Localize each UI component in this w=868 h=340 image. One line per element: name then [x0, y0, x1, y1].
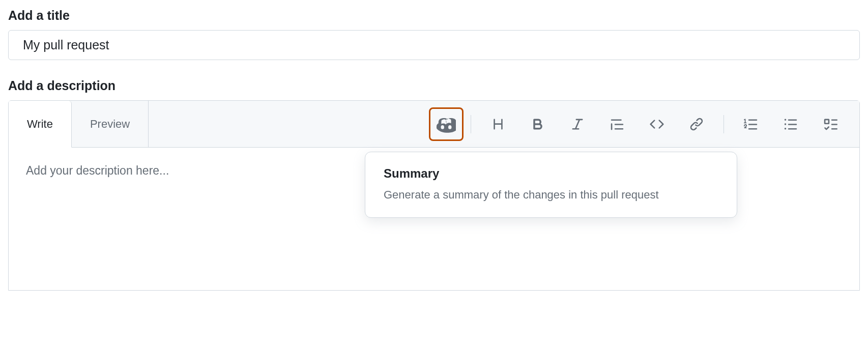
editor-tabs: Write Preview — [9, 101, 149, 147]
heading-icon[interactable] — [478, 110, 518, 138]
title-heading: Add a title — [8, 8, 860, 23]
italic-icon[interactable] — [558, 110, 597, 138]
tab-write[interactable]: Write — [9, 101, 72, 148]
task-list-icon[interactable] — [811, 110, 850, 138]
formatting-toolbar — [429, 107, 859, 141]
ordered-list-icon[interactable] — [731, 110, 771, 138]
description-textarea[interactable]: Add your description here... Summary Gen… — [9, 148, 859, 290]
code-icon[interactable] — [637, 110, 677, 138]
editor-header: Write Preview — [9, 101, 859, 148]
copilot-dropdown[interactable]: Summary Generate a summary of the change… — [365, 152, 737, 218]
title-input[interactable] — [8, 30, 860, 60]
unordered-list-icon[interactable] — [771, 110, 811, 138]
tab-preview[interactable]: Preview — [72, 101, 149, 147]
dropdown-description: Generate a summary of the changes in thi… — [384, 187, 718, 203]
dropdown-title: Summary — [384, 166, 718, 181]
link-icon[interactable] — [677, 110, 716, 138]
description-placeholder: Add your description here... — [26, 164, 169, 177]
toolbar-divider — [724, 115, 724, 133]
bold-icon[interactable] — [518, 110, 558, 138]
toolbar-divider — [471, 115, 471, 133]
copilot-icon[interactable] — [429, 107, 464, 141]
description-heading: Add a description — [8, 78, 860, 93]
quote-icon[interactable] — [597, 110, 637, 138]
description-editor: Write Preview — [8, 100, 860, 291]
